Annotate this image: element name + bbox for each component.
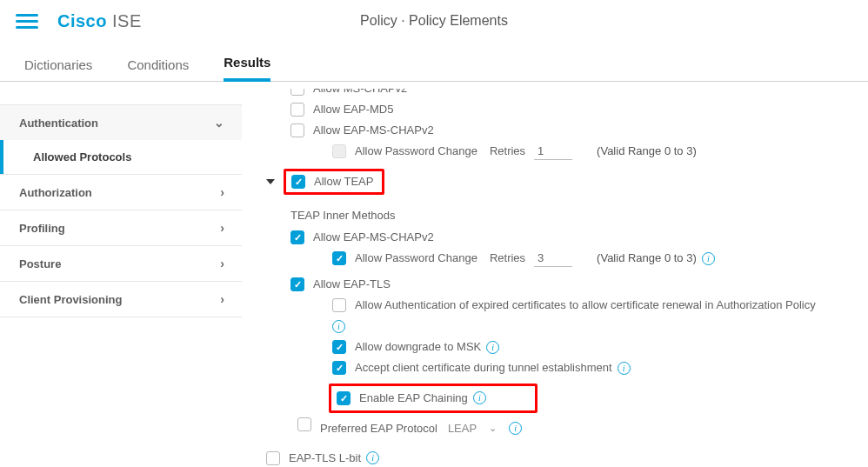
brand-logo: Cisco ISE — [57, 11, 142, 31]
label-allow-eap-ms-chapv2: Allow EAP-MS-CHAPv2 — [313, 122, 434, 139]
sidebar-group-authorization[interactable]: Authorization › — [0, 175, 242, 210]
checkbox-allow-eap-md5[interactable] — [290, 103, 304, 117]
checkbox-allow-ms-chapv2[interactable] — [290, 89, 304, 96]
input-retries-3[interactable] — [534, 250, 572, 267]
tab-conditions[interactable]: Conditions — [127, 57, 189, 81]
label-enable-eap-chaining: Enable EAP Chaining — [359, 390, 468, 407]
info-icon[interactable] — [486, 341, 499, 354]
chevron-right-icon: › — [220, 257, 224, 270]
label-allow-teap: Allow TEAP — [314, 173, 373, 190]
label-teap-eap-ms-chapv2: Allow EAP-MS-CHAPv2 — [313, 229, 434, 246]
checkbox-eap-tls-l-bit[interactable] — [266, 451, 280, 465]
sidebar-label-posture: Posture — [19, 257, 61, 270]
page-tabs: Dictionaries Conditions Results — [0, 42, 868, 82]
label-accept-client-cert: Accept client certificate during tunnel … — [355, 359, 612, 377]
checkbox-allow-auth-expired[interactable] — [332, 298, 346, 312]
chevron-down-icon: ⌄ — [489, 421, 497, 436]
label-teap-allow-password-change: Allow Password Change — [355, 250, 477, 267]
checkbox-preferred-eap-protocol[interactable] — [297, 417, 311, 431]
checkbox-teap-allow-password-change[interactable] — [332, 251, 346, 265]
checkbox-allow-password-change-disabled — [332, 144, 346, 158]
sidebar-group-client-provisioning[interactable]: Client Provisioning › — [0, 282, 242, 317]
input-retries-1[interactable] — [534, 143, 572, 160]
label-retries-2: Retries — [490, 250, 525, 267]
menu-hamburger-icon[interactable] — [16, 14, 38, 29]
tab-results[interactable]: Results — [224, 55, 270, 82]
label-allow-eap-md5: Allow EAP-MD5 — [313, 101, 393, 118]
label-range-hint: (Valid Range 0 to 3) — [597, 143, 697, 160]
sidebar-label-client-provisioning: Client Provisioning — [19, 293, 122, 306]
label-allow-eap-tls: Allow EAP-TLS — [313, 276, 391, 293]
label-allow-ms-chapv2: Allow MS-CHAPv2 — [313, 89, 407, 97]
checkbox-enable-eap-chaining[interactable] — [337, 391, 351, 405]
caret-collapse-icon[interactable] — [266, 179, 275, 184]
checkbox-allow-downgrade-msk[interactable] — [332, 340, 346, 354]
select-preferred-eap[interactable]: LEAP ⌄ — [448, 420, 497, 437]
info-icon[interactable] — [509, 422, 522, 435]
info-icon[interactable] — [702, 252, 715, 265]
brand-light: ISE — [107, 11, 142, 30]
content-panel: Allow MS-CHAPv2 Allow EAP-MD5 Allow EAP-… — [242, 89, 868, 467]
label-eap-tls-l-bit: EAP-TLS L-bit — [289, 450, 361, 467]
checkbox-allow-eap-ms-chapv2[interactable] — [290, 123, 304, 137]
tab-dictionaries[interactable]: Dictionaries — [24, 57, 92, 81]
chevron-down-icon: ⌄ — [214, 116, 224, 130]
checkbox-accept-client-cert[interactable] — [332, 361, 346, 375]
sidebar-label-authorization: Authorization — [19, 186, 92, 199]
checkbox-teap-eap-ms-chapv2[interactable] — [290, 230, 304, 244]
sidebar-label-authentication: Authentication — [19, 117, 98, 130]
highlight-enable-eap-chaining: Enable EAP Chaining — [329, 384, 537, 413]
label-allow-auth-expired: Allow Authentication of expired certific… — [355, 297, 816, 314]
label-allow-password-change: Allow Password Change — [355, 143, 477, 160]
chevron-right-icon: › — [220, 221, 224, 235]
info-icon[interactable] — [332, 320, 345, 333]
checkbox-allow-eap-tls[interactable] — [290, 277, 304, 291]
label-retries: Retries — [490, 143, 525, 160]
info-icon[interactable] — [366, 451, 379, 464]
select-preferred-eap-value: LEAP — [448, 420, 477, 437]
sidebar-item-allowed-protocols[interactable]: Allowed Protocols — [0, 140, 242, 174]
chevron-right-icon: › — [220, 185, 224, 199]
checkbox-allow-teap[interactable] — [291, 175, 305, 189]
chevron-right-icon: › — [220, 292, 224, 306]
section-teap-inner-methods: TEAP Inner Methods — [290, 198, 851, 228]
label-preferred-eap-protocol: Preferred EAP Protocol — [320, 420, 437, 437]
sidebar: Authentication ⌄ Allowed Protocols Autho… — [0, 89, 242, 467]
sidebar-group-posture[interactable]: Posture › — [0, 246, 242, 281]
label-range-hint-2: (Valid Range 0 to 3) — [597, 250, 697, 267]
brand-bold: Cisco — [57, 11, 107, 30]
breadcrumb: Policy · Policy Elements — [360, 13, 508, 29]
sidebar-group-authentication[interactable]: Authentication ⌄ — [0, 105, 242, 140]
sidebar-label-profiling: Profiling — [19, 222, 65, 235]
info-icon[interactable] — [473, 391, 486, 404]
label-allow-downgrade-msk: Allow downgrade to MSK — [355, 338, 481, 356]
info-icon[interactable] — [618, 362, 631, 375]
highlight-allow-teap: Allow TEAP — [284, 169, 384, 195]
sidebar-group-profiling[interactable]: Profiling › — [0, 210, 242, 245]
